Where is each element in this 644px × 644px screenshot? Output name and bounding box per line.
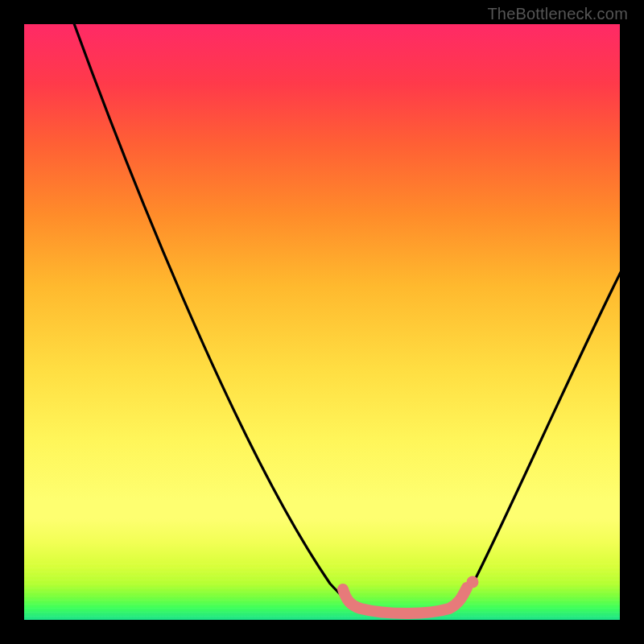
flat-optimum-segment	[343, 588, 467, 613]
watermark-text: TheBottleneck.com	[487, 5, 628, 23]
curve-layer	[24, 24, 620, 620]
chart-frame: TheBottleneck.com	[0, 0, 644, 644]
bottleneck-curve	[68, 24, 620, 613]
plot-area	[24, 24, 620, 620]
flat-segment-end-dot	[467, 576, 479, 588]
